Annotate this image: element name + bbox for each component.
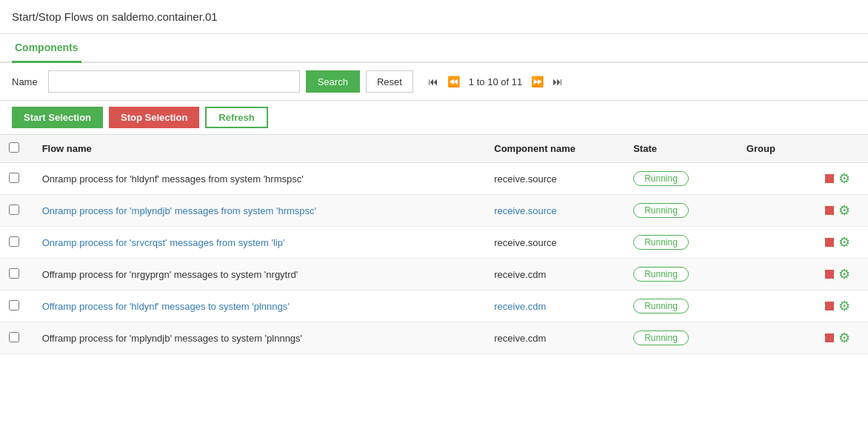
flow-name-link[interactable]: Offramp process for 'hldynf' messages to… bbox=[42, 301, 290, 312]
toolbar: Name Search Reset ⏮ ⏪ 1 to 10 of 11 ⏩ ⏭ bbox=[0, 63, 868, 101]
group-cell bbox=[738, 259, 816, 290]
actions-cell: ⚙ bbox=[816, 163, 861, 194]
stop-selection-button[interactable]: Stop Selection bbox=[109, 107, 199, 128]
row-checkbox[interactable] bbox=[9, 205, 19, 215]
component-name-link[interactable]: receive.source bbox=[494, 205, 557, 216]
flows-table: Flow name Component name State Group Onr… bbox=[0, 134, 868, 354]
row-checkbox[interactable] bbox=[9, 268, 19, 279]
group-cell bbox=[738, 322, 816, 354]
component-name-cell: receive.cdm bbox=[485, 322, 624, 354]
row-checkbox[interactable] bbox=[9, 236, 19, 247]
stop-icon[interactable] bbox=[825, 302, 834, 311]
state-badge: Running bbox=[633, 171, 689, 186]
state-cell: Running bbox=[624, 259, 738, 290]
tab-bar: Components bbox=[0, 34, 868, 63]
action-bar: Start Selection Stop Selection Refresh bbox=[0, 101, 868, 134]
tab-components[interactable]: Components bbox=[12, 34, 81, 63]
flow-name-cell: Onramp process for 'srvcrqst' messages f… bbox=[33, 227, 486, 259]
flow-name-cell: Offramp process for 'hldynf' messages to… bbox=[33, 290, 486, 322]
component-name-cell: receive.source bbox=[485, 195, 624, 227]
actions-cell: ⚙ bbox=[816, 322, 861, 353]
pagination: ⏮ ⏪ 1 to 10 of 11 ⏩ ⏭ bbox=[425, 74, 566, 89]
row-checkbox[interactable] bbox=[9, 173, 19, 183]
group-cell bbox=[738, 290, 816, 322]
reset-button[interactable]: Reset bbox=[366, 70, 413, 93]
state-cell: Running bbox=[624, 195, 738, 227]
gear-icon[interactable]: ⚙ bbox=[838, 266, 850, 282]
component-name-cell: receive.cdm bbox=[485, 290, 624, 322]
component-name-cell: receive.source bbox=[485, 163, 624, 195]
flow-name-link[interactable]: Onramp process for 'mplyndjb' messages f… bbox=[42, 205, 316, 216]
state-cell: Running bbox=[624, 322, 738, 354]
first-page-button[interactable]: ⏮ bbox=[425, 74, 441, 89]
group-cell bbox=[738, 227, 816, 259]
component-name-header: Component name bbox=[485, 135, 624, 163]
gear-icon[interactable]: ⚙ bbox=[838, 202, 850, 219]
start-selection-button[interactable]: Start Selection bbox=[12, 107, 103, 128]
prev-page-button[interactable]: ⏪ bbox=[444, 74, 463, 89]
gear-icon[interactable]: ⚙ bbox=[838, 234, 850, 250]
stop-icon[interactable] bbox=[825, 206, 834, 215]
select-all-header[interactable] bbox=[0, 135, 33, 163]
select-all-checkbox[interactable] bbox=[9, 142, 19, 153]
flow-name-cell: Onramp process for 'hldynf' messages fro… bbox=[33, 163, 486, 195]
component-name-cell: receive.source bbox=[485, 227, 624, 259]
page-header: Start/Stop Flows on saldemo.container.01 bbox=[0, 0, 868, 34]
group-header: Group bbox=[738, 135, 816, 163]
flow-name-cell: Offramp process for 'nrgyprgn' messages … bbox=[33, 259, 486, 290]
table-row: Offramp process for 'mplyndjb' messages … bbox=[0, 322, 868, 354]
flow-name-cell: Offramp process for 'mplyndjb' messages … bbox=[33, 322, 486, 354]
state-badge: Running bbox=[633, 203, 689, 218]
state-header: State bbox=[624, 135, 738, 163]
actions-cell: ⚙ bbox=[816, 195, 861, 226]
name-label: Name bbox=[12, 76, 38, 87]
stop-icon[interactable] bbox=[825, 270, 834, 279]
state-badge: Running bbox=[633, 235, 689, 250]
state-badge: Running bbox=[633, 299, 689, 313]
actions-header bbox=[816, 135, 868, 163]
actions-cell: ⚙ bbox=[816, 227, 861, 258]
table-row: Onramp process for 'srvcrqst' messages f… bbox=[0, 227, 868, 259]
next-page-button[interactable]: ⏩ bbox=[528, 74, 547, 89]
stop-icon[interactable] bbox=[825, 238, 834, 247]
group-cell bbox=[738, 163, 816, 195]
table-row: Offramp process for 'hldynf' messages to… bbox=[0, 290, 868, 322]
actions-cell: ⚙ bbox=[816, 259, 861, 290]
table-row: Onramp process for 'mplyndjb' messages f… bbox=[0, 195, 868, 227]
table-row: Offramp process for 'nrgyprgn' messages … bbox=[0, 259, 868, 290]
row-checkbox[interactable] bbox=[9, 300, 19, 311]
last-page-button[interactable]: ⏭ bbox=[550, 74, 566, 89]
component-name-cell: receive.cdm bbox=[485, 259, 624, 290]
gear-icon[interactable]: ⚙ bbox=[838, 330, 850, 346]
row-checkbox[interactable] bbox=[9, 332, 19, 342]
actions-cell: ⚙ bbox=[816, 290, 861, 322]
state-cell: Running bbox=[624, 227, 738, 259]
pagination-info: 1 to 10 of 11 bbox=[466, 76, 525, 87]
state-badge: Running bbox=[633, 267, 689, 282]
search-button[interactable]: Search bbox=[306, 70, 360, 93]
page-title: Start/Stop Flows on saldemo.container.01 bbox=[12, 10, 218, 23]
state-cell: Running bbox=[624, 163, 738, 195]
stop-icon[interactable] bbox=[825, 333, 834, 342]
state-badge: Running bbox=[633, 331, 689, 345]
flow-name-cell: Onramp process for 'mplyndjb' messages f… bbox=[33, 195, 486, 227]
group-cell bbox=[738, 195, 816, 227]
table-header-row: Flow name Component name State Group bbox=[0, 135, 868, 163]
flow-name-header: Flow name bbox=[33, 135, 486, 163]
refresh-button[interactable]: Refresh bbox=[205, 107, 267, 128]
search-input[interactable] bbox=[48, 70, 300, 93]
gear-icon[interactable]: ⚙ bbox=[838, 170, 850, 187]
state-cell: Running bbox=[624, 290, 738, 322]
flow-name-link[interactable]: Onramp process for 'srvcrqst' messages f… bbox=[42, 237, 285, 248]
table-container: Flow name Component name State Group Onr… bbox=[0, 134, 868, 354]
component-name-link[interactable]: receive.cdm bbox=[494, 301, 546, 312]
table-row: Onramp process for 'hldynf' messages fro… bbox=[0, 163, 868, 195]
gear-icon[interactable]: ⚙ bbox=[838, 298, 850, 314]
stop-icon[interactable] bbox=[825, 174, 834, 183]
